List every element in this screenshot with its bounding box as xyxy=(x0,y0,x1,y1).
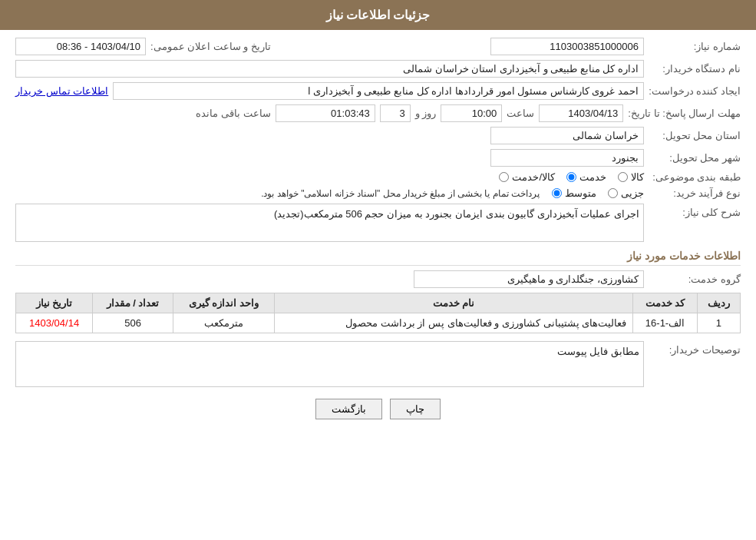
response-days: 3 xyxy=(380,104,411,122)
need-number-value: 1103003851000006 xyxy=(490,38,644,55)
purchase-motavasset: متوسط xyxy=(552,187,596,199)
creator-contact-link[interactable]: اطلاعات تماس خریدار xyxy=(15,85,108,97)
response-deadline-row: مهلت ارسال پاسخ: تا تاریخ: 1403/04/13 سا… xyxy=(15,104,741,122)
creator-value: احمد غروی کارشناس مسئول امور قراردادها ا… xyxy=(113,82,644,100)
service-group-row: گروه خدمت: کشاورزی، جنگلداری و ماهیگیری xyxy=(15,270,741,288)
buyer-org-row: نام دستگاه خریدار: اداره کل منابع طبیعی … xyxy=(15,60,741,78)
response-time-label: ساعت xyxy=(507,108,534,119)
buyer-notes-label: توصیحات خریدار: xyxy=(649,341,741,356)
creator-row: ایجاد کننده درخواست: احمد غروی کارشناس م… xyxy=(15,82,741,100)
col-date: تاریخ نیاز xyxy=(16,293,93,313)
cell-qty: 506 xyxy=(93,313,173,333)
col-unit: واحد اندازه گیری xyxy=(173,293,274,313)
category-kala: کالا xyxy=(618,171,644,183)
purchase-motavasset-label: متوسط xyxy=(565,187,596,199)
main-content: شماره نیاز: 1103003851000006 تاریخ و ساع… xyxy=(0,30,756,439)
page-wrapper: جزئیات اطلاعات نیاز شماره نیاز: 11030038… xyxy=(0,0,756,540)
purchase-jozei: جزیی xyxy=(608,187,644,199)
datetime-value: 1403/04/10 - 08:36 xyxy=(15,38,146,55)
buyer-notes-value: مطابق فایل پیوست xyxy=(15,341,644,387)
buyer-notes-row: توصیحات خریدار: مطابق فایل پیوست xyxy=(15,341,741,387)
cell-date: 1403/04/14 xyxy=(16,313,93,333)
category-kala-khadamat-radio[interactable] xyxy=(499,172,509,182)
buyer-org-value: اداره کل منابع طبیعی و آبخیزداری استان خ… xyxy=(15,60,644,78)
category-kala-radio[interactable] xyxy=(618,172,628,182)
services-section-title: اطلاعات خدمات مورد نیاز xyxy=(15,250,741,266)
category-khadamat-label: خدمت xyxy=(579,171,606,183)
purchase-note: پرداخت تمام یا بخشی از مبلغ خریدار محل "… xyxy=(261,188,540,199)
description-label: شرح کلی نیاز: xyxy=(649,204,741,218)
category-kala-khadamat: کالا/خدمت xyxy=(499,171,555,183)
need-number-label: شماره نیاز: xyxy=(649,41,741,52)
cell-name: فعالیت‌های پشتیبانی کشاورزی و فعالیت‌های… xyxy=(274,313,632,333)
category-khadamat-radio[interactable] xyxy=(566,172,576,182)
category-kala-khadamat-label: کالا/خدمت xyxy=(512,171,555,183)
response-deadline-label: مهلت ارسال پاسخ: تا تاریخ: xyxy=(628,108,741,119)
col-qty: تعداد / مقدار xyxy=(93,293,173,313)
page-header: جزئیات اطلاعات نیاز xyxy=(0,0,756,30)
col-code: کد خدمت xyxy=(633,293,698,313)
service-group-value: کشاورزی، جنگلداری و ماهیگیری xyxy=(414,270,644,288)
response-time: 10:00 xyxy=(441,104,502,122)
purchase-type-label: نوع فرآیند خرید: xyxy=(649,187,741,199)
delivery-province-row: استان محل تحویل: خراسان شمالی xyxy=(15,127,741,144)
table-row: 1 الف-1-16 فعالیت‌های پشتیبانی کشاورزی و… xyxy=(16,313,741,333)
cell-row: 1 xyxy=(697,313,740,333)
description-value: اجرای عملیات آبخیزداری گابیون بندی ایزما… xyxy=(15,204,644,242)
delivery-province-label: استان محل تحویل: xyxy=(649,130,741,141)
back-button[interactable]: بازگشت xyxy=(315,399,382,419)
delivery-city-label: شهر محل تحویل: xyxy=(649,152,741,164)
service-group-label: گروه خدمت: xyxy=(649,273,741,285)
buttons-row: چاپ بازگشت xyxy=(15,399,741,419)
remaining-time: 01:03:43 xyxy=(276,104,375,122)
cell-unit: مترمکعب xyxy=(173,313,274,333)
service-table: ردیف کد خدمت نام خدمت واحد اندازه گیری ت… xyxy=(15,293,741,333)
cell-code: الف-1-16 xyxy=(633,313,698,333)
response-date: 1403/04/13 xyxy=(539,104,623,122)
delivery-city-value: بجنورد xyxy=(490,149,644,167)
response-day-label: روز و xyxy=(415,108,437,119)
purchase-type-options: جزیی متوسط xyxy=(552,187,644,199)
purchase-motavasset-radio[interactable] xyxy=(552,188,562,198)
category-khadamat: خدمت xyxy=(566,171,606,183)
buyer-notes-container: مطابق فایل پیوست xyxy=(15,341,644,387)
category-options: کالا خدمت کالا/خدمت xyxy=(499,171,644,183)
category-kala-label: کالا xyxy=(631,171,644,183)
col-row: ردیف xyxy=(697,293,740,313)
delivery-province-value: خراسان شمالی xyxy=(490,127,644,144)
col-name: نام خدمت xyxy=(274,293,632,313)
category-label: طبقه بندی موضوعی: xyxy=(649,171,741,183)
page-title: جزئیات اطلاعات نیاز xyxy=(326,8,431,22)
need-number-row: شماره نیاز: 1103003851000006 تاریخ و ساع… xyxy=(15,38,741,55)
purchase-jozei-label: جزیی xyxy=(621,187,644,199)
creator-label: ایجاد کننده درخواست: xyxy=(649,85,741,97)
purchase-type-row: نوع فرآیند خرید: جزیی متوسط پرداخت تمام … xyxy=(15,187,741,199)
buyer-org-label: نام دستگاه خریدار: xyxy=(649,63,741,75)
datetime-label: تاریخ و ساعت اعلان عمومی: xyxy=(150,41,271,52)
description-row: شرح کلی نیاز: اجرای عملیات آبخیزداری گاب… xyxy=(15,204,741,242)
purchase-jozei-radio[interactable] xyxy=(608,188,618,198)
remaining-label: ساعت باقی مانده xyxy=(196,108,270,119)
delivery-city-row: شهر محل تحویل: بجنورد xyxy=(15,149,741,167)
print-button[interactable]: چاپ xyxy=(390,399,441,419)
category-row: طبقه بندی موضوعی: کالا خدمت کالا/خدمت xyxy=(15,171,741,183)
